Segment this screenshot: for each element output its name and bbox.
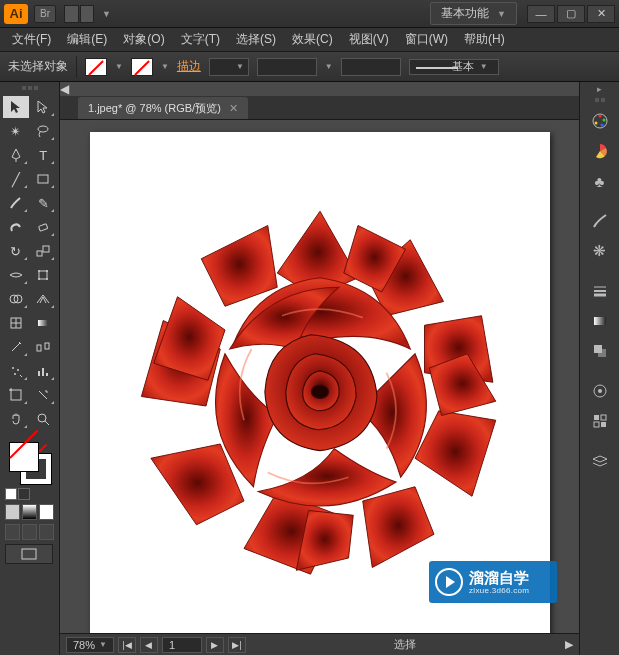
chevron-down-icon: ▼ <box>497 9 506 19</box>
magic-wand-tool[interactable]: ✴ <box>3 120 29 142</box>
artboard-number-field[interactable]: 1 <box>162 637 202 653</box>
color-guide-panel-icon[interactable] <box>585 137 615 165</box>
color-mode-solid[interactable] <box>5 504 20 520</box>
draw-normal[interactable] <box>5 524 20 540</box>
app-icon: Ai <box>4 4 28 24</box>
menu-window[interactable]: 窗口(W) <box>399 29 454 50</box>
collapse-right-icon[interactable]: ▸ <box>580 84 619 96</box>
rectangle-tool[interactable] <box>31 168 57 190</box>
fill-color-box[interactable] <box>9 442 39 472</box>
svg-rect-44 <box>594 415 599 420</box>
color-mode-gradient[interactable] <box>22 504 37 520</box>
gradient-tool[interactable] <box>31 312 57 334</box>
first-artboard-button[interactable]: |◀ <box>118 637 136 653</box>
close-button[interactable]: ✕ <box>587 5 615 23</box>
selection-tool[interactable] <box>3 96 29 118</box>
maximize-button[interactable]: ▢ <box>557 5 585 23</box>
last-artboard-button[interactable]: ▶| <box>228 637 246 653</box>
eraser-tool[interactable] <box>31 216 57 238</box>
stroke-panel-icon[interactable] <box>585 277 615 305</box>
default-fill-stroke[interactable] <box>5 488 17 500</box>
zoom-tool[interactable] <box>31 408 57 430</box>
shape-builder-tool[interactable] <box>3 288 29 310</box>
line-segment-tool[interactable]: ╱ <box>3 168 29 190</box>
paintbrush-tool[interactable] <box>3 192 29 214</box>
lasso-tool[interactable] <box>31 120 57 142</box>
collapse-left-icon[interactable]: ◀ <box>60 82 579 96</box>
swatches-panel-icon[interactable]: ♣ <box>585 167 615 195</box>
status-menu-chevron[interactable]: ▶ <box>565 638 573 651</box>
menu-edit[interactable]: 编辑(E) <box>61 29 113 50</box>
svg-point-7 <box>46 270 48 272</box>
graphic-styles-panel-icon[interactable] <box>585 407 615 435</box>
direct-selection-tool[interactable] <box>31 96 57 118</box>
draw-inside[interactable] <box>39 524 54 540</box>
stroke-style-dropdown[interactable]: 基本▼ <box>409 59 499 75</box>
menu-effect[interactable]: 效果(C) <box>286 29 339 50</box>
type-tool[interactable]: T <box>31 144 57 166</box>
menu-object[interactable]: 对象(O) <box>117 29 170 50</box>
svg-rect-47 <box>601 422 606 427</box>
menu-help[interactable]: 帮助(H) <box>458 29 511 50</box>
stroke-swatch[interactable] <box>131 58 153 76</box>
panel-grip[interactable] <box>3 86 56 94</box>
gradient-panel-icon[interactable] <box>585 307 615 335</box>
pencil-tool[interactable]: ✎ <box>31 192 57 214</box>
free-transform-tool[interactable] <box>31 264 57 286</box>
swap-fill-stroke[interactable] <box>18 488 30 500</box>
workspace-switcher[interactable]: 基本功能 ▼ <box>430 2 517 25</box>
brushes-panel-icon[interactable] <box>585 207 615 235</box>
document-tab-strip: 1.jpeg* @ 78% (RGB/预览) ✕ <box>60 96 579 120</box>
slice-tool[interactable] <box>31 384 57 406</box>
color-panel-icon[interactable] <box>585 107 615 135</box>
blob-brush-tool[interactable] <box>3 216 29 238</box>
menu-type[interactable]: 文字(T) <box>175 29 226 50</box>
svg-point-43 <box>598 389 602 393</box>
panel-grip[interactable] <box>580 98 619 104</box>
stroke-width-input[interactable]: ▼ <box>209 58 249 76</box>
document-tab[interactable]: 1.jpeg* @ 78% (RGB/预览) ✕ <box>78 97 248 119</box>
rotate-tool[interactable]: ↻ <box>3 240 29 262</box>
document-area: ◀ 1.jpeg* @ 78% (RGB/预览) ✕ <box>60 82 579 655</box>
fill-swatch[interactable] <box>85 58 107 76</box>
svg-rect-5 <box>39 271 47 279</box>
arrange-documents-icon[interactable] <box>64 5 94 23</box>
blend-tool[interactable] <box>31 336 57 358</box>
bridge-icon[interactable]: Br <box>34 5 56 23</box>
next-artboard-button[interactable]: ▶ <box>206 637 224 653</box>
menu-select[interactable]: 选择(S) <box>230 29 282 50</box>
tools-panel: ✴ T ╱ ✎ ↻ <box>0 82 60 655</box>
symbols-panel-icon[interactable]: ❋ <box>585 237 615 265</box>
brush-definition[interactable] <box>341 58 401 76</box>
svg-rect-23 <box>46 373 48 376</box>
color-mode-none[interactable] <box>39 504 54 520</box>
width-tool[interactable] <box>3 264 29 286</box>
svg-point-35 <box>594 122 597 125</box>
prev-artboard-button[interactable]: ◀ <box>140 637 158 653</box>
artboard-tool[interactable] <box>3 384 29 406</box>
menu-file[interactable]: 文件(F) <box>6 29 57 50</box>
canvas[interactable]: 溜溜自学 zixue.3d66.com <box>60 120 579 633</box>
watermark-badge: 溜溜自学 zixue.3d66.com <box>429 561 557 603</box>
perspective-grid-tool[interactable] <box>31 288 57 310</box>
stroke-link[interactable]: 描边 <box>177 58 201 75</box>
pen-tool[interactable] <box>3 144 29 166</box>
variable-width-profile[interactable] <box>257 58 317 76</box>
scale-tool[interactable] <box>31 240 57 262</box>
screen-mode-button[interactable] <box>5 544 53 564</box>
transparency-panel-icon[interactable] <box>585 337 615 365</box>
fill-stroke-controls <box>3 438 56 566</box>
symbol-sprayer-tool[interactable] <box>3 360 29 382</box>
column-graph-tool[interactable] <box>31 360 57 382</box>
draw-behind[interactable] <box>22 524 37 540</box>
eyedropper-tool[interactable] <box>3 336 29 358</box>
minimize-button[interactable]: — <box>527 5 555 23</box>
hand-tool[interactable] <box>3 408 29 430</box>
mesh-tool[interactable] <box>3 312 29 334</box>
layers-panel-icon[interactable] <box>585 447 615 475</box>
menu-view[interactable]: 视图(V) <box>343 29 395 50</box>
appearance-panel-icon[interactable] <box>585 377 615 405</box>
zoom-level-field[interactable]: 78% ▼ <box>66 637 114 653</box>
svg-rect-1 <box>38 175 48 183</box>
close-tab-icon[interactable]: ✕ <box>229 102 238 115</box>
